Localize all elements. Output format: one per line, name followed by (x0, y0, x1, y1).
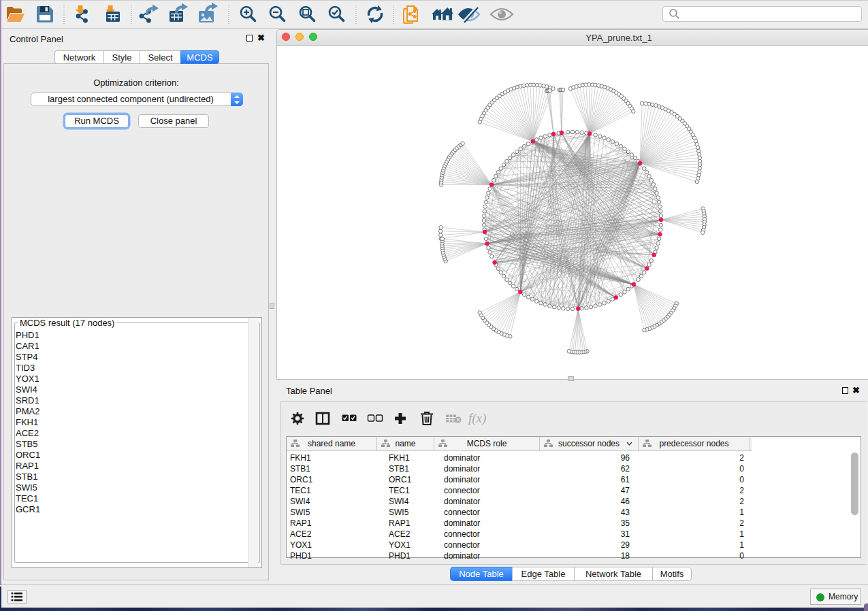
svg-text:f(x): f(x) (468, 411, 486, 426)
